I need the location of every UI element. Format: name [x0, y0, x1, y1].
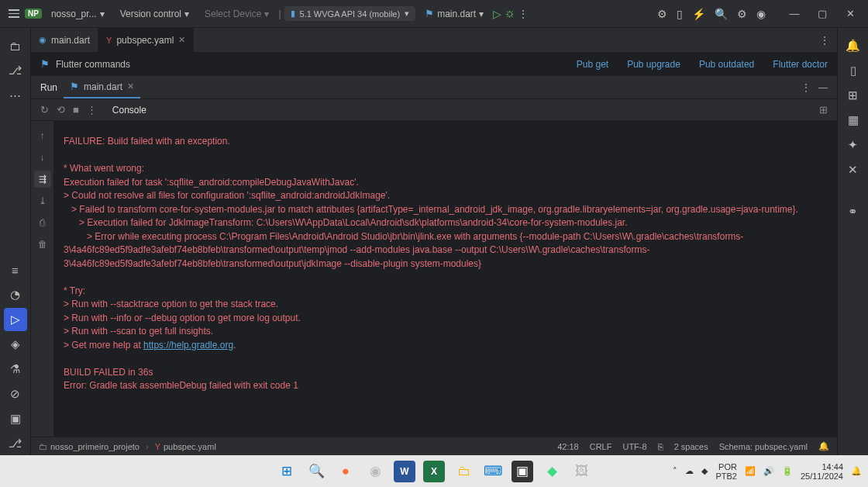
settings-icon[interactable]: ⚙ — [737, 8, 747, 20]
terminal-tool-icon[interactable]: ▣ — [4, 407, 27, 430]
run-minimize-icon[interactable]: — — [818, 82, 828, 93]
more-tools-icon[interactable]: ⋯ — [4, 84, 27, 107]
print-icon[interactable]: ⎙ — [34, 214, 51, 231]
yaml-icon: Y — [155, 442, 160, 451]
console-output[interactable]: FAILURE: Build failed with an exception.… — [54, 121, 837, 437]
firefox-icon[interactable]: ● — [335, 461, 356, 482]
link-rail-icon[interactable]: ⚭ — [842, 200, 865, 223]
tab-pubspec-yaml[interactable]: Y pubspec.yaml ✕ — [98, 28, 194, 52]
android-studio-icon[interactable]: ◆ — [541, 461, 563, 482]
run-tab-main-dart[interactable]: ⚑ main.dart ✕ — [64, 76, 140, 98]
device-manager-icon[interactable]: ▯ — [677, 8, 683, 20]
clear-icon[interactable]: 🗑 — [34, 236, 51, 253]
gradle-help-link[interactable]: https://help.gradle.org — [143, 340, 233, 351]
indent[interactable]: 2 spaces — [674, 442, 708, 451]
tools-rail-icon[interactable]: ✕ — [842, 158, 865, 181]
word-icon[interactable]: W — [394, 461, 415, 482]
notifications-rail-icon[interactable]: 🔔 — [842, 34, 865, 57]
flutter-doctor-link[interactable]: Flutter doctor — [773, 59, 828, 70]
notifications-tray-icon[interactable]: 🔔 — [851, 466, 862, 476]
lightning-icon[interactable]: ⚡ — [692, 8, 705, 20]
cpu-rail-icon[interactable]: ▦ — [842, 109, 865, 132]
close-icon[interactable]: ✕ — [839, 8, 862, 19]
restart-icon[interactable]: ⟲ — [57, 104, 65, 116]
scroll-up-icon[interactable]: ↑ — [34, 127, 51, 144]
tray-app-icon[interactable]: ◆ — [701, 466, 708, 476]
explorer-icon[interactable]: 🗀 — [453, 461, 474, 482]
device-selector[interactable]: ▮ 5.1 WVGA API 34 (mobile) ▾ — [284, 6, 416, 21]
image-icon[interactable]: 🖼 — [570, 461, 592, 482]
flutter-icon: ⚑ — [40, 58, 50, 70]
pub-outdated-link[interactable]: Pub outdated — [699, 59, 754, 70]
maximize-icon[interactable]: ▢ — [811, 8, 834, 19]
tray-chevron-icon[interactable]: ˄ — [673, 466, 677, 476]
layout-rail-icon[interactable]: ⊞ — [842, 84, 865, 107]
divider: | — [278, 9, 281, 19]
pub-get-link[interactable]: Pub get — [577, 59, 608, 70]
problems-tool-icon[interactable]: ⊘ — [4, 382, 27, 406]
soft-wrap-icon[interactable]: ⇶ — [34, 171, 51, 188]
dart-icon: ◉ — [39, 35, 46, 45]
start-icon[interactable]: ⊞ — [276, 461, 298, 482]
scroll-down-icon[interactable]: ↓ — [34, 149, 51, 166]
commit-tool-icon[interactable]: ⎇ — [4, 59, 27, 82]
clock[interactable]: 14:4425/11/2024 — [801, 462, 843, 481]
inspect-tool-icon[interactable]: ⚗ — [4, 357, 27, 381]
encoding[interactable]: UTF-8 — [622, 442, 646, 451]
schema[interactable]: Schema: pubspec.yaml — [719, 442, 808, 451]
folder-icon: 🗀 — [39, 442, 47, 451]
ai-rail-icon[interactable]: ✦ — [842, 133, 865, 157]
run-config-dropdown[interactable]: ⚑main.dart ▾ — [418, 5, 490, 22]
stop-icon[interactable]: ■ — [73, 104, 79, 116]
device-rail-icon[interactable]: ▯ — [842, 59, 865, 82]
pub-upgrade-link[interactable]: Pub upgrade — [627, 59, 680, 70]
tab-more-icon[interactable]: ⋮ — [812, 28, 837, 52]
onedrive-icon[interactable]: ☁ — [685, 466, 694, 476]
line-separator[interactable]: CRLF — [590, 442, 612, 451]
volume-icon[interactable]: 🔊 — [763, 466, 774, 476]
vcs-tool-icon[interactable]: ⎇ — [4, 432, 27, 455]
battery-icon[interactable]: 🔋 — [782, 466, 793, 476]
breadcrumb-file[interactable]: pubspec.yaml — [164, 442, 216, 451]
run-tab-close-icon[interactable]: ✕ — [127, 81, 134, 92]
readonly-icon[interactable]: ⎘ — [658, 442, 663, 451]
line-col[interactable]: 42:18 — [557, 442, 579, 451]
terminal-icon[interactable]: ▣ — [512, 461, 533, 482]
structure-tool-icon[interactable]: ≡ — [4, 258, 27, 281]
code-with-me-icon[interactable]: ⚙ — [657, 8, 667, 20]
menu-icon[interactable] — [6, 6, 22, 22]
vcs-dropdown[interactable]: Version control ▾ — [114, 5, 195, 22]
console-gutter: ↑ ↓ ⇶ ⤓ ⎙ 🗑 — [31, 121, 54, 437]
wifi-icon[interactable]: 📶 — [745, 466, 756, 476]
excel-icon[interactable]: X — [423, 461, 445, 482]
run-tool-icon[interactable]: ▷ — [4, 308, 27, 331]
statusbar: 🗀 nosso_primeiro_projeto › Y pubspec.yam… — [31, 437, 837, 455]
account-icon[interactable]: ◉ — [756, 8, 766, 20]
gem-tool-icon[interactable]: ◈ — [4, 333, 27, 356]
run-icon[interactable]: ▷ — [493, 8, 501, 20]
vscode-icon[interactable]: ⌨ — [482, 461, 504, 482]
debug-icon[interactable]: ⛭ — [505, 8, 515, 20]
run-more-icon[interactable]: ⋮ — [801, 82, 811, 93]
minimize-icon[interactable]: — — [783, 8, 806, 19]
flutter-icon: ⚑ — [425, 8, 434, 19]
console-more-icon[interactable]: ⋮ — [87, 104, 97, 116]
language-indicator[interactable]: POR PTB2 — [715, 462, 737, 481]
tab-close-icon[interactable]: ✕ — [178, 35, 185, 45]
flutter-commands-bar: ⚑ Flutter commands Pub get Pub upgrade P… — [31, 53, 837, 76]
scroll-end-icon[interactable]: ⤓ — [34, 192, 51, 209]
breadcrumb-project[interactable]: nosso_primeiro_projeto — [50, 442, 140, 451]
windows-taskbar: ⊞ 🔍 ● ◉ W X 🗀 ⌨ ▣ ◆ 🖼 ˄ ☁ ◆ POR PTB2 📶 🔊… — [0, 455, 868, 487]
project-tool-icon[interactable]: 🗀 — [4, 34, 27, 57]
search-taskbar-icon[interactable]: 🔍 — [305, 461, 327, 482]
select-device-dropdown[interactable]: Select Device ▾ — [198, 5, 275, 22]
search-icon[interactable]: 🔍 — [715, 8, 728, 20]
pie-tool-icon[interactable]: ◔ — [4, 283, 27, 306]
project-dropdown[interactable]: nosso_pr... ▾ — [45, 5, 111, 22]
layout-icon[interactable]: ⊞ — [819, 104, 828, 116]
notifications-icon[interactable]: 🔔 — [818, 441, 829, 451]
rerun-icon[interactable]: ↻ — [40, 104, 49, 116]
chrome-icon[interactable]: ◉ — [364, 461, 386, 482]
tab-main-dart[interactable]: ◉ main.dart — [31, 28, 98, 52]
more-icon[interactable]: ⋮ — [518, 9, 528, 19]
